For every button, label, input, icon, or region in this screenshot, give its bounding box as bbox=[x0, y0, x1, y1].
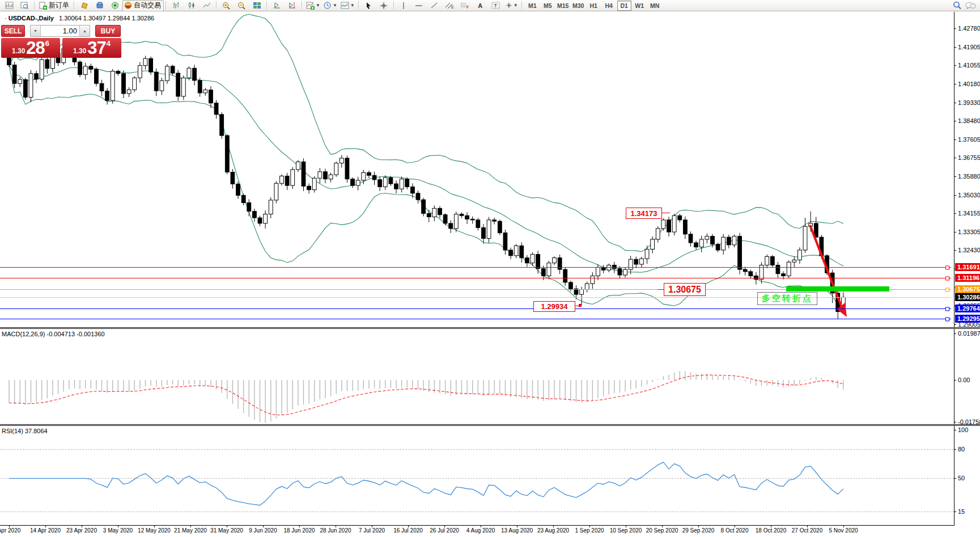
auto-scroll-button[interactable] bbox=[269, 0, 285, 11]
price-axis-marker: 1.30675 bbox=[955, 285, 980, 293]
crosshair-tool-button[interactable] bbox=[376, 0, 392, 11]
horizontal-level-line[interactable] bbox=[0, 267, 951, 268]
pivot-price-label[interactable]: 1.30675 bbox=[664, 283, 706, 296]
rsi-canvas[interactable] bbox=[0, 426, 954, 525]
level-line-handle[interactable] bbox=[945, 287, 949, 291]
auto-trading-button[interactable]: 自动交易 bbox=[122, 0, 164, 11]
shapes-tool-button[interactable]: ▼ bbox=[503, 0, 520, 11]
label-tool-button[interactable]: T bbox=[488, 0, 503, 11]
horizontal-level-line[interactable] bbox=[0, 278, 951, 278]
timeframe-w1[interactable]: W1 bbox=[633, 1, 647, 11]
level-line-handle[interactable] bbox=[945, 307, 949, 311]
toolbar-separator bbox=[521, 1, 523, 10]
date-label: 10 Sep 2020 bbox=[610, 527, 642, 534]
bar-chart-type-button[interactable] bbox=[168, 0, 184, 11]
buy-price-display[interactable]: 1.30 37 4 bbox=[62, 38, 121, 58]
market-watch-button[interactable] bbox=[17, 0, 32, 11]
volume-increase-button[interactable]: ▲ bbox=[79, 26, 90, 36]
level-line-handle[interactable] bbox=[945, 265, 949, 269]
price-axis-tick: 1.37605 bbox=[954, 137, 980, 142]
green-highlight-bar[interactable] bbox=[786, 286, 889, 291]
main-chart-canvas[interactable] bbox=[0, 12, 954, 327]
date-label: 7 Jul 2020 bbox=[359, 527, 385, 534]
timeframe-d1[interactable]: D1 bbox=[617, 1, 631, 11]
volume-decrease-button[interactable]: ▼ bbox=[31, 26, 41, 36]
date-tick bbox=[444, 525, 445, 527]
search-icon[interactable] bbox=[953, 1, 962, 10]
dropdown-arrow-icon: ▼ bbox=[350, 3, 355, 8]
market-watch-icon bbox=[20, 2, 29, 9]
date-tick bbox=[299, 525, 300, 527]
sell-price-display[interactable]: 1.30 28 6 bbox=[1, 38, 60, 58]
bull-bear-pivot-note[interactable]: 多空转折点 bbox=[757, 292, 817, 305]
volume-input[interactable] bbox=[41, 26, 79, 36]
new-order-button[interactable]: 新订单 bbox=[37, 0, 72, 11]
indicators-button[interactable]: ▼ bbox=[304, 0, 322, 11]
date-label: 13 Aug 2020 bbox=[501, 527, 533, 534]
swing-high-label[interactable]: 1.34173 bbox=[626, 208, 662, 219]
chart-shift-button[interactable] bbox=[285, 0, 300, 11]
level-line-handle[interactable] bbox=[945, 276, 949, 280]
channel-tool-button[interactable]: E bbox=[442, 0, 457, 11]
vline-tool-button[interactable] bbox=[396, 0, 411, 11]
timeframe-m15[interactable]: M15 bbox=[556, 1, 570, 11]
chart-window-button[interactable] bbox=[2, 0, 17, 11]
tile-windows-button[interactable] bbox=[249, 0, 265, 11]
history-button[interactable] bbox=[92, 0, 107, 11]
pane-separator[interactable] bbox=[0, 424, 980, 426]
date-label: 23 Apr 2020 bbox=[66, 527, 97, 534]
timeframe-m1[interactable]: M1 bbox=[525, 1, 540, 11]
cursor-tool-button[interactable] bbox=[361, 0, 376, 11]
macd-canvas[interactable] bbox=[0, 329, 954, 424]
hline-tool-button[interactable] bbox=[411, 0, 427, 11]
line-chart-type-button[interactable] bbox=[199, 0, 214, 11]
date-tick bbox=[45, 525, 46, 527]
crosshair-icon bbox=[380, 2, 388, 10]
horizontal-level-line[interactable] bbox=[0, 308, 951, 309]
buy-button[interactable]: BUY bbox=[95, 25, 121, 37]
zoom-out-icon bbox=[237, 2, 246, 10]
text-tool-button[interactable]: A bbox=[473, 0, 488, 11]
pane-separator[interactable] bbox=[0, 327, 980, 329]
dropdown-arrow-icon: ▼ bbox=[333, 3, 337, 8]
svg-text:E: E bbox=[451, 5, 454, 9]
date-label: 16 Jul 2020 bbox=[393, 527, 423, 534]
date-tick bbox=[9, 525, 10, 527]
date-tick bbox=[154, 525, 155, 527]
periods-button[interactable]: ▼ bbox=[322, 0, 339, 11]
templates-button[interactable]: ▼ bbox=[339, 0, 357, 11]
date-tick bbox=[118, 525, 118, 527]
equidistant-channel-icon: E bbox=[445, 2, 454, 9]
date-tick bbox=[771, 525, 771, 527]
swing-low-label[interactable]: 1.29934 bbox=[533, 301, 575, 312]
chat-icon[interactable] bbox=[965, 2, 976, 10]
trendline-tool-button[interactable] bbox=[427, 0, 442, 11]
timeframe-mn[interactable]: MN bbox=[648, 1, 662, 11]
timeframe-h4[interactable]: H4 bbox=[602, 1, 616, 11]
fibonacci-tool-button[interactable]: F bbox=[457, 0, 473, 11]
toolbar-separator bbox=[393, 1, 394, 10]
date-tick bbox=[408, 525, 409, 527]
level-line-handle[interactable] bbox=[945, 317, 949, 321]
buy-price-pip: 4 bbox=[107, 39, 111, 48]
price-axis-tick: 1.42780 bbox=[954, 26, 980, 31]
zoom-out-button[interactable] bbox=[234, 0, 249, 11]
horizontal-level-line[interactable] bbox=[0, 319, 951, 319]
package-button[interactable] bbox=[77, 0, 92, 11]
timeframe-h1[interactable]: H1 bbox=[587, 1, 601, 11]
price-axis-marker: 1.30286 bbox=[955, 293, 980, 301]
price-axis-tick: 1.41055 bbox=[954, 62, 980, 68]
chart-window-icon bbox=[5, 2, 14, 9]
price-axis-tick: 1.33305 bbox=[954, 229, 980, 235]
sell-button[interactable]: SELL bbox=[1, 25, 25, 37]
broadcast-button[interactable] bbox=[107, 0, 122, 11]
timeframe-m5[interactable]: M5 bbox=[541, 1, 555, 11]
macd-axis-tick: -0.017582 bbox=[954, 419, 980, 425]
price-axis-tick: 1.35880 bbox=[954, 174, 980, 179]
zoom-in-button[interactable] bbox=[219, 0, 234, 11]
timeframe-m30[interactable]: M30 bbox=[571, 1, 586, 11]
date-label: 27 Oct 2020 bbox=[792, 527, 822, 534]
candle-chart-type-button[interactable] bbox=[184, 0, 199, 11]
date-label: 5 Nov 2020 bbox=[829, 527, 858, 534]
time-axis-border bbox=[0, 525, 954, 526]
